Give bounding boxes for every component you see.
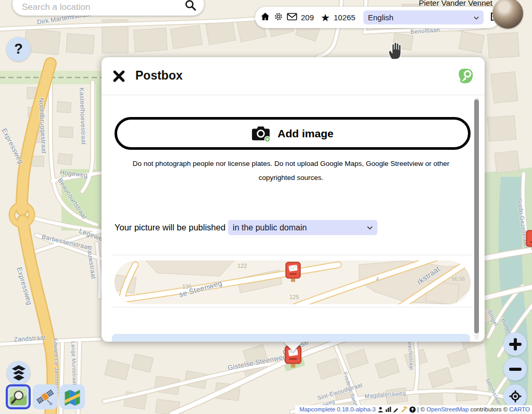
pickaxe-icon [401, 406, 408, 412]
satellite-icon [36, 387, 55, 406]
zoom-in-button[interactable] [503, 332, 527, 356]
camera-plus-icon [251, 125, 270, 142]
dialog-title: Postbox [135, 69, 183, 83]
mapcomplete-logo-icon [457, 67, 474, 88]
divider [112, 255, 473, 255]
search-input[interactable] [12, 2, 184, 16]
postbox-marker-edge[interactable] [526, 230, 532, 254]
messages-count: 209 [301, 13, 314, 22]
language-select[interactable]: English [363, 10, 484, 24]
mapcomplete-app: { "topbar": { "search_placeholder": "Sea… [0, 0, 532, 414]
stats-icon [385, 406, 391, 412]
minimap[interactable]: 122136se Steenweg1254rkstraat66;66 [115, 261, 471, 304]
user-toolbar: 209 ★ 10265 English [255, 7, 500, 28]
circle-arrow-icon [409, 406, 416, 413]
layers-button[interactable] [7, 361, 30, 384]
add-image-button[interactable]: Add image [115, 117, 471, 150]
mapcomplete-version-link[interactable]: Mapcomplete 0.18.0-alpha-3 [299, 406, 375, 412]
theme-button-basemap[interactable] [60, 384, 85, 409]
search-bar [12, 0, 204, 16]
contributor-person-icon [377, 406, 384, 413]
search-icon[interactable] [184, 0, 197, 14]
delete-button[interactable]: Delete [112, 334, 470, 342]
attribution-sep: | © [417, 406, 425, 412]
messages-icon[interactable] [287, 12, 297, 23]
dialog-header: Postbox [102, 57, 485, 95]
locate-button[interactable] [503, 384, 527, 408]
theme-button-osm-selected[interactable] [6, 384, 31, 409]
zoom-out-button[interactable] [503, 357, 527, 381]
layers-icon [10, 364, 28, 382]
plus-icon [509, 338, 522, 351]
postbox-dialog: Postbox Add image Do not photograph peop… [102, 57, 485, 342]
divider [112, 307, 473, 307]
minimap-postbox-marker [285, 262, 301, 286]
star-icon: ★ [321, 11, 330, 24]
carto-link[interactable]: CARTO [509, 406, 530, 412]
chevron-down-icon [473, 15, 479, 20]
trash-icon [119, 340, 131, 342]
delete-label: Delete [138, 341, 161, 342]
crosshair-icon [509, 390, 522, 403]
pencil-icon [393, 406, 399, 413]
photo-license-note: Do not photograph people nor license pla… [117, 157, 465, 185]
license-row: Your picture will be published in the pu… [115, 220, 377, 235]
help-button[interactable]: ? [6, 37, 31, 61]
chevron-down-icon [366, 225, 373, 230]
osm-map-icon [9, 387, 28, 406]
osm-link[interactable]: OpenStreetMap [426, 406, 468, 412]
license-select[interactable]: in the public domain [228, 220, 377, 235]
username-label: Pieter Vander Vennet [419, 0, 493, 7]
hand-cursor-icon [386, 41, 404, 62]
license-prefix-label: Your picture will be published [115, 223, 225, 232]
folded-map-icon [63, 387, 82, 406]
close-icon[interactable] [112, 69, 126, 83]
gear-icon[interactable] [274, 12, 283, 23]
attribution-contributors: contributors © [470, 406, 508, 412]
home-icon[interactable] [260, 11, 270, 23]
minus-icon [509, 363, 522, 376]
theme-button-satellite[interactable] [33, 384, 58, 409]
attribution-bar: Mapcomplete 0.18.0-alpha-3 | © OpenStree… [295, 405, 532, 414]
changes-count: 10265 [334, 13, 356, 22]
scrollbar-thumb[interactable] [474, 99, 479, 333]
dialog-body: Add image Do not photograph people nor l… [102, 95, 485, 342]
